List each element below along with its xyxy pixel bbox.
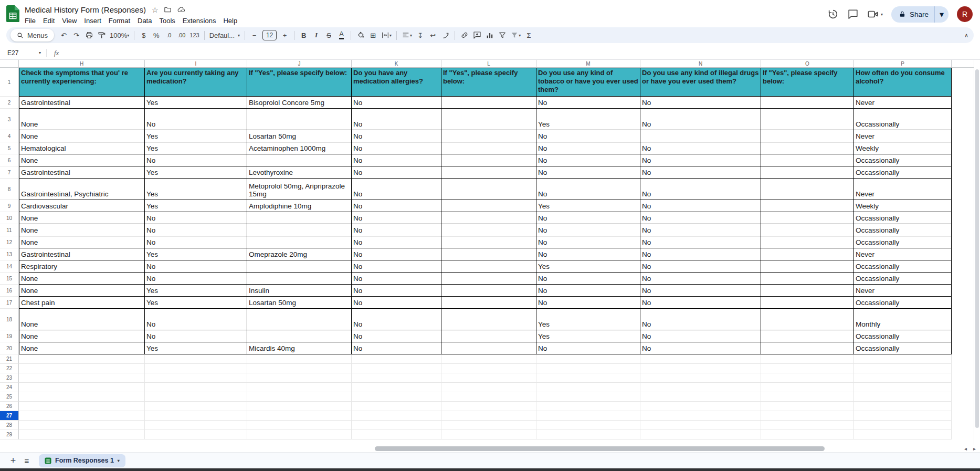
cell-K26[interactable]: [352, 402, 441, 411]
cell-P2[interactable]: Never: [854, 97, 952, 109]
cell-N29[interactable]: [640, 430, 761, 439]
cell-L24[interactable]: [441, 383, 536, 392]
cell-H10[interactable]: None: [19, 212, 145, 224]
column-header-H[interactable]: H: [19, 60, 145, 67]
cell-M24[interactable]: [536, 383, 640, 392]
column-header-N[interactable]: N: [640, 60, 761, 67]
cell-H28[interactable]: [19, 421, 145, 430]
cell-H6[interactable]: None: [19, 154, 145, 166]
cell-O19[interactable]: [761, 330, 854, 342]
italic-button[interactable]: I: [310, 29, 322, 41]
cell-H21[interactable]: [19, 354, 145, 364]
create-filter-button[interactable]: [496, 29, 508, 41]
cell-N19[interactable]: No: [640, 330, 761, 342]
cell-O28[interactable]: [761, 421, 854, 430]
cell-N24[interactable]: [640, 383, 761, 392]
cell-J9[interactable]: Amplodiphine 10mg: [247, 200, 352, 212]
increase-font-size-button[interactable]: +: [279, 29, 291, 41]
cell-M3[interactable]: Yes: [536, 109, 640, 130]
filter-views-button[interactable]: ▾: [509, 29, 522, 41]
sheets-logo-icon[interactable]: [6, 5, 19, 23]
cell-L26[interactable]: [441, 402, 536, 411]
row-header-19[interactable]: 19: [0, 330, 19, 342]
increase-decimal-button[interactable]: .00: [175, 29, 187, 41]
cell-L15[interactable]: [441, 273, 536, 285]
cell-L8[interactable]: [441, 179, 536, 200]
cell-P22[interactable]: [854, 364, 952, 373]
cell-O13[interactable]: [761, 248, 854, 260]
menu-format[interactable]: Format: [105, 16, 134, 25]
cell-J29[interactable]: [247, 430, 352, 439]
menu-extensions[interactable]: Extensions: [179, 16, 220, 25]
cell-O14[interactable]: [761, 260, 854, 273]
version-history-icon[interactable]: [827, 8, 839, 20]
undo-button[interactable]: ↶: [58, 29, 70, 41]
cell-H27[interactable]: [19, 411, 145, 421]
cell-P7[interactable]: Occassionally: [854, 166, 952, 179]
cell-I8[interactable]: Yes: [145, 179, 247, 200]
all-sheets-menu-button[interactable]: ≡: [20, 454, 34, 467]
row-header-22[interactable]: 22: [0, 364, 19, 373]
cell-H25[interactable]: [19, 392, 145, 402]
cell-I1[interactable]: Are you currently taking any medication?: [145, 68, 247, 97]
cell-H18[interactable]: None: [19, 309, 145, 330]
row-header-4[interactable]: 4: [0, 130, 19, 142]
cell-O20[interactable]: [761, 342, 854, 354]
cell-N4[interactable]: [640, 130, 761, 142]
cell-L3[interactable]: [441, 109, 536, 130]
print-button[interactable]: [83, 29, 95, 41]
cell-I28[interactable]: [145, 421, 247, 430]
cell-P25[interactable]: [854, 392, 952, 402]
cell-I4[interactable]: Yes: [145, 130, 247, 142]
cell-J11[interactable]: [247, 224, 352, 236]
text-rotation-button[interactable]: [439, 29, 451, 41]
cell-L27[interactable]: [441, 411, 536, 421]
cell-O17[interactable]: [761, 297, 854, 309]
cell-I14[interactable]: No: [145, 260, 247, 273]
cell-M10[interactable]: No: [536, 212, 640, 224]
cell-H3[interactable]: None: [19, 109, 145, 130]
cell-N6[interactable]: No: [640, 154, 761, 166]
name-box-dropdown-icon[interactable]: ▾: [39, 50, 41, 55]
cell-L22[interactable]: [441, 364, 536, 373]
cell-O1[interactable]: If "Yes", please specify below:: [761, 68, 854, 97]
cell-P16[interactable]: Never: [854, 285, 952, 297]
cell-P3[interactable]: Occassionally: [854, 109, 952, 130]
cell-K21[interactable]: [352, 354, 441, 364]
cell-M20[interactable]: No: [536, 342, 640, 354]
select-all-corner[interactable]: [0, 60, 19, 67]
cell-J8[interactable]: Metoprolol 50mg, Aripriprazole 15mg: [247, 179, 352, 200]
cell-P8[interactable]: Never: [854, 179, 952, 200]
cell-I6[interactable]: No: [145, 154, 247, 166]
cell-O2[interactable]: [761, 97, 854, 109]
cell-N20[interactable]: No: [640, 342, 761, 354]
row-header-6[interactable]: 6: [0, 154, 19, 166]
text-color-button[interactable]: A: [335, 29, 347, 41]
cell-N13[interactable]: No: [640, 248, 761, 260]
meet-video-icon[interactable]: ▾: [867, 8, 883, 20]
cell-O24[interactable]: [761, 383, 854, 392]
cell-K7[interactable]: No: [352, 166, 441, 179]
cell-K22[interactable]: [352, 364, 441, 373]
decrease-font-size-button[interactable]: −: [248, 29, 260, 41]
cell-H4[interactable]: None: [19, 130, 145, 142]
horizontal-align-button[interactable]: ▾: [400, 29, 414, 41]
cell-L5[interactable]: [441, 142, 536, 154]
cell-M1[interactable]: Do you use any kind of tobacco or have y…: [536, 68, 640, 97]
cell-H15[interactable]: None: [19, 273, 145, 285]
cell-K1[interactable]: Do you have any medication allergies?: [352, 68, 441, 97]
collapse-toolbar-icon[interactable]: ∧: [964, 32, 968, 39]
cell-L29[interactable]: [441, 430, 536, 439]
cell-H13[interactable]: Gastrointestinal: [19, 248, 145, 260]
cell-K25[interactable]: [352, 392, 441, 402]
cell-I20[interactable]: Yes: [145, 342, 247, 354]
cell-I9[interactable]: Yes: [145, 200, 247, 212]
insert-chart-button[interactable]: [483, 29, 496, 41]
cell-N28[interactable]: [640, 421, 761, 430]
cell-I11[interactable]: No: [145, 224, 247, 236]
bold-button[interactable]: B: [298, 29, 310, 41]
cell-I22[interactable]: [145, 364, 247, 373]
cell-O8[interactable]: [761, 179, 854, 200]
cell-P9[interactable]: Weekly: [854, 200, 952, 212]
column-header-L[interactable]: L: [441, 60, 536, 67]
